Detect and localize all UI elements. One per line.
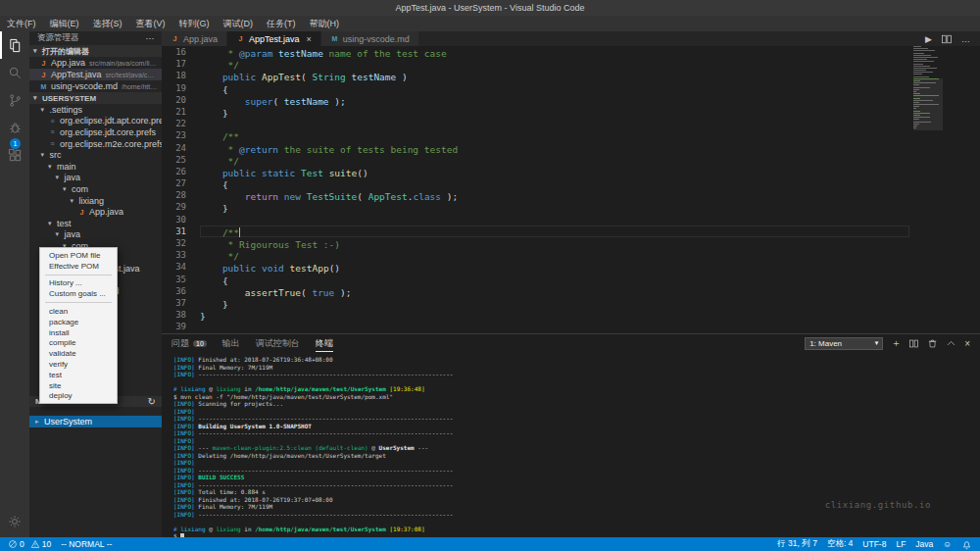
run-icon[interactable]: ▶ [925,34,932,44]
context-menu-item[interactable]: deploy [40,391,117,402]
menu-item[interactable]: 调试(D) [217,16,261,31]
maven-project-usersystem[interactable]: ▸ UserSystem [29,416,162,427]
code-line[interactable]: 30 [162,214,980,225]
code-line[interactable]: 36 assertTrue( true ); [162,285,980,297]
minimap[interactable] [913,46,943,136]
tree-item[interactable]: ▾java [29,173,162,184]
project-section-header[interactable]: ▾ USERSYSTEM [29,92,162,104]
refresh-icon[interactable]: ↻ [148,396,156,407]
editor-tab[interactable]: JApp.java [162,31,226,46]
tree-item[interactable]: ▾src [29,149,162,161]
editor-tab[interactable]: JAppTest.java× [227,31,320,46]
terminal-picker[interactable]: 1: Maven ▾ [805,337,883,350]
menu-item[interactable]: 编辑(E) [43,16,86,31]
code-line[interactable]: 37 } [162,297,980,309]
code-line[interactable]: 18 public AppTest( String testName ) [162,70,980,81]
code-line[interactable]: 22 [162,118,980,129]
code-line[interactable]: 23 /** [162,129,980,141]
panel-tab-problems[interactable]: 问题10 [172,334,207,352]
menu-item[interactable]: 文件(F) [0,16,43,31]
encoding-setting[interactable]: UTF-8 [862,539,886,549]
code-line[interactable]: 16 * @param testName name of the test ca… [162,46,980,58]
menu-item[interactable]: 选择(S) [86,16,129,31]
source-control-icon[interactable] [0,86,29,114]
feedback-smiley-icon[interactable]: ☺ [943,539,952,549]
code-line[interactable]: 24 * @return the suite of tests being te… [162,142,980,154]
code-line[interactable]: 26 public static Test suite() [162,166,980,177]
more-actions-icon[interactable]: … [961,34,970,44]
context-menu-item[interactable]: validate [40,348,117,359]
code-line[interactable]: 35 { [162,274,980,285]
tree-item[interactable]: ≡org.eclipse.jdt.apt.core.prefs [29,116,162,127]
settings-gear-icon[interactable] [0,508,29,535]
split-editor-icon[interactable] [941,33,953,45]
code-line[interactable]: 20 super( testName ); [162,94,980,106]
open-editor-item[interactable]: JAppTest.javasrc/test/java/com/lixia... [29,69,162,80]
code-line[interactable]: 29 } [162,201,980,213]
code-line[interactable]: 31 /** [162,225,980,237]
explorer-icon[interactable] [0,31,29,59]
maximize-panel-icon[interactable] [946,338,956,349]
panel-tab-item[interactable]: 终端 [316,334,333,352]
notifications-bell-icon[interactable] [961,539,972,550]
open-editor-item[interactable]: Musing-vscode.md/home/http/hexob... [29,80,162,92]
chevron-down-icon: ▾ [33,47,42,55]
tree-item-label: .settings [50,105,83,115]
context-menu-item[interactable]: install [40,327,117,338]
code-line[interactable]: 38} [162,309,980,321]
panel-tab-item[interactable]: 调试控制台 [256,334,300,352]
code-line[interactable]: 25 */ [162,154,980,166]
search-icon[interactable] [0,59,29,86]
tree-item[interactable]: ▾lixiang [29,195,162,207]
menu-item[interactable]: 任务(T) [260,16,303,31]
code-line[interactable]: 33 */ [162,249,980,261]
code-line[interactable]: 27 { [162,177,980,189]
context-menu-item[interactable]: test [40,370,117,380]
code-line[interactable]: 32 * Rigourous Test :-) [162,237,980,249]
code-line[interactable]: 17 */ [162,58,980,70]
new-terminal-icon[interactable]: ＋ [891,336,901,350]
close-panel-icon[interactable]: × [964,338,970,349]
cursor-position[interactable]: 行 31, 列 7 [777,538,817,550]
code-line[interactable]: 34 public void testApp() [162,261,980,273]
kill-terminal-icon[interactable] [927,338,938,349]
tree-item[interactable]: ▾test [29,218,162,229]
code-editor[interactable]: 16 * @param testName name of the test ca… [162,46,980,333]
debug-icon[interactable] [0,114,29,141]
code-line[interactable]: 19 { [162,82,980,94]
tree-item[interactable]: ▾java [29,229,162,241]
code-line[interactable]: 28 return new TestSuite( AppTest.class )… [162,189,980,201]
context-menu-item[interactable]: Effective POM [40,261,117,272]
context-menu-item[interactable]: verify [40,359,117,370]
tree-item[interactable]: ▾com [29,183,162,195]
context-menu-item[interactable]: compile [40,338,117,349]
context-menu-item[interactable]: package [40,317,117,327]
split-terminal-icon[interactable] [908,338,919,349]
close-icon[interactable]: × [307,34,312,44]
menu-item[interactable]: 帮助(H) [303,16,347,31]
tree-item[interactable]: ≡org.eclipse.jdt.core.prefs [29,126,162,138]
tree-item[interactable]: JApp.java [29,206,162,218]
problems-status[interactable]: 0 10 [8,539,51,549]
context-menu-item[interactable]: clean [40,306,117,317]
open-editor-item[interactable]: JApp.javasrc/main/java/com/lixiang [29,57,162,69]
terminal-output[interactable]: [INFO] Finished at: 2018-07-26T19:36:48+… [173,356,970,537]
editor-tab[interactable]: Musing-vscode.md [321,31,418,46]
open-editors-header[interactable]: ▾ 打开的编辑器 [29,45,162,57]
context-menu-item[interactable]: History ... [40,278,117,289]
tree-item[interactable]: ▾.settings [29,104,162,116]
indentation-setting[interactable]: 空格: 4 [827,538,853,550]
code-line[interactable]: 21 } [162,106,980,118]
language-mode[interactable]: Java [915,539,933,549]
sidebar-more-icon[interactable]: ⋯ [146,33,155,43]
tree-item[interactable]: ≡org.eclipse.m2e.core.prefs [29,138,162,150]
code-line[interactable]: 39 [162,321,980,332]
panel-tab-item[interactable]: 输出 [222,334,240,352]
context-menu-item[interactable]: Open POM file [40,250,117,261]
menu-item[interactable]: 转到(G) [172,16,217,31]
context-menu-item[interactable]: site [40,380,117,391]
menu-item[interactable]: 查看(V) [129,16,172,31]
tree-item[interactable]: ▾main [29,161,162,173]
eol-setting[interactable]: LF [896,539,906,549]
context-menu-item[interactable]: Custom goals ... [40,288,117,299]
